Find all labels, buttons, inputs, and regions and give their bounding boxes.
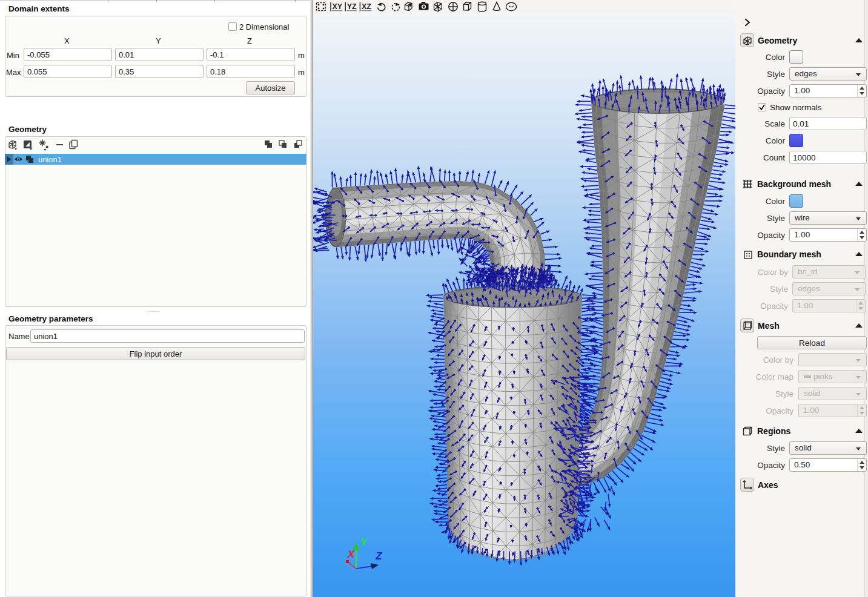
svg-text:X: X [347,549,356,560]
svg-text:Y: Y [360,536,368,548]
svg-text:YZ: YZ [347,2,357,11]
svg-text:Z: Z [375,550,382,562]
svg-text:union1: union1 [38,155,62,164]
svg-text:XY: XY [333,2,343,11]
svg-text:XZ: XZ [362,2,371,11]
